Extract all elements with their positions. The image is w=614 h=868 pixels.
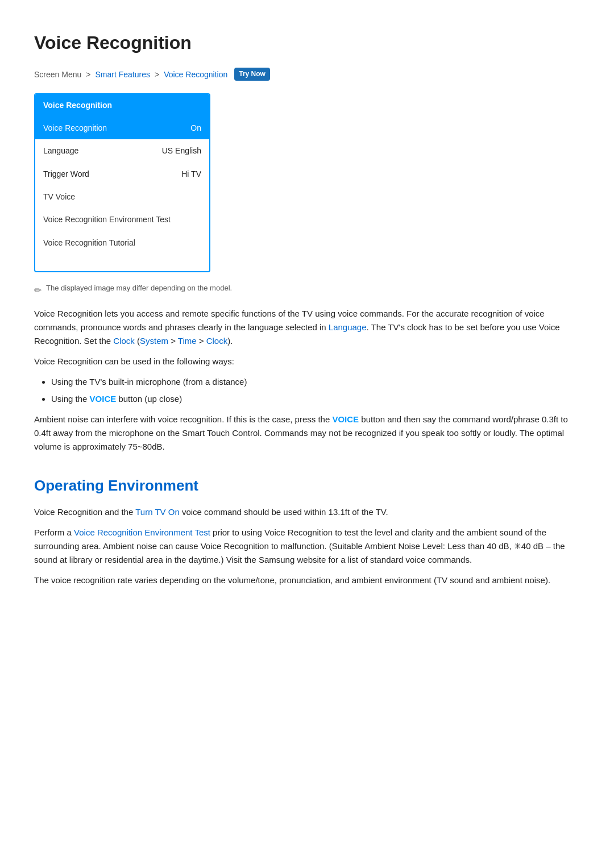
voice-highlight-1: VOICE — [90, 394, 117, 404]
voice-highlight-2: VOICE — [332, 414, 359, 424]
menu-item-label: Voice Recognition Tutorial — [43, 236, 135, 249]
menu-item-value: On — [190, 122, 201, 134]
breadcrumb: Screen Menu > Smart Features > Voice Rec… — [34, 68, 580, 81]
breadcrumb-smart-features[interactable]: Smart Features — [95, 68, 150, 81]
env-test-link[interactable]: Voice Recognition Environment Test — [74, 528, 210, 537]
ways-list: Using the TV's built-in microphone (from… — [51, 375, 580, 406]
clock-link[interactable]: Clock — [113, 336, 135, 346]
language-link[interactable]: Language — [329, 322, 367, 332]
operating-para-3: The voice recognition rate varies depend… — [34, 574, 580, 587]
operating-para-2: Perform a Voice Recognition Environment … — [34, 526, 580, 567]
menu-item-language[interactable]: Language US English — [35, 139, 209, 162]
menu-item-tutorial[interactable]: Voice Recognition Tutorial — [35, 231, 209, 254]
menu-item-value: Hi TV — [181, 168, 201, 180]
breadcrumb-separator-1: > — [86, 68, 90, 81]
try-now-badge[interactable]: Try Now — [234, 68, 270, 81]
note-row: ✏ The displayed image may differ dependi… — [34, 283, 580, 298]
clock-link-2[interactable]: Clock — [206, 336, 228, 346]
way-item-2: Using the VOICE button (up close) — [51, 392, 580, 406]
breadcrumb-separator-2: > — [155, 68, 159, 81]
page-title: Voice Recognition — [34, 28, 580, 57]
ways-intro: Voice Recognition can be used in the fol… — [34, 355, 580, 368]
menu-item-label: TV Voice — [43, 190, 75, 203]
menu-item-label: Language — [43, 144, 78, 157]
menu-item-trigger-word[interactable]: Trigger Word Hi TV — [35, 163, 209, 185]
note-text: The displayed image may differ depending… — [46, 283, 232, 294]
menu-item-value: US English — [162, 144, 201, 157]
menu-item-label: Trigger Word — [43, 168, 89, 180]
menu-item-label: Voice Recognition — [43, 122, 107, 134]
menu-panel: Voice Recognition Voice Recognition On L… — [34, 93, 210, 272]
ambient-paragraph: Ambient noise can interfere with voice r… — [34, 413, 580, 454]
menu-panel-header: Voice Recognition — [35, 94, 209, 116]
way-item-1: Using the TV's built-in microphone (from… — [51, 375, 580, 389]
system-link[interactable]: System — [140, 336, 168, 346]
operating-para-1: Voice Recognition and the Turn TV On voi… — [34, 505, 580, 519]
note-icon: ✏ — [34, 283, 42, 298]
turn-tv-on-link[interactable]: Turn TV On — [135, 507, 180, 517]
menu-item-label: Voice Recognition Environment Test — [43, 213, 171, 226]
intro-paragraph: Voice Recognition lets you access and re… — [34, 307, 580, 348]
menu-item-environment-test[interactable]: Voice Recognition Environment Test — [35, 208, 209, 231]
menu-item-tv-voice[interactable]: TV Voice — [35, 185, 209, 208]
menu-spacer — [35, 254, 209, 271]
time-link[interactable]: Time — [178, 336, 197, 346]
breadcrumb-screen-menu: Screen Menu — [34, 68, 81, 81]
breadcrumb-voice-recognition[interactable]: Voice Recognition — [164, 68, 227, 81]
menu-item-voice-recognition[interactable]: Voice Recognition On — [35, 117, 209, 139]
section2-title: Operating Environment — [34, 474, 580, 498]
